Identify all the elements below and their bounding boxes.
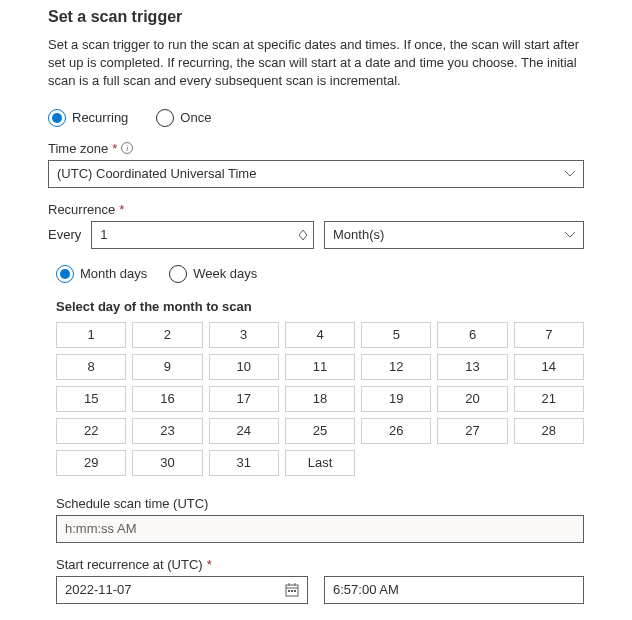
radio-selected-icon <box>56 265 74 283</box>
day-cell[interactable]: 7 <box>514 322 584 348</box>
day-cell[interactable]: 23 <box>132 418 202 444</box>
start-date-input[interactable]: 2022-11-07 <box>56 576 308 604</box>
page-title: Set a scan trigger <box>48 8 584 26</box>
recurring-radio[interactable]: Recurring <box>48 109 128 127</box>
day-cell[interactable]: 18 <box>285 386 355 412</box>
day-cell[interactable]: 9 <box>132 354 202 380</box>
every-value-input[interactable]: 1 <box>91 221 314 249</box>
day-cell[interactable]: 2 <box>132 322 202 348</box>
start-date-value: 2022-11-07 <box>65 582 132 597</box>
start-recurrence-label: Start recurrence at (UTC)* <box>56 557 584 572</box>
recurring-radio-label: Recurring <box>72 110 128 125</box>
day-cell[interactable]: 20 <box>437 386 507 412</box>
start-time-value: 6:57:00 AM <box>333 582 399 597</box>
week-days-label: Week days <box>193 266 257 281</box>
day-cell[interactable]: 4 <box>285 322 355 348</box>
day-cell[interactable]: 8 <box>56 354 126 380</box>
timezone-label: Time zone* i <box>48 141 584 156</box>
spinner-down-icon[interactable] <box>299 235 307 240</box>
day-cell[interactable]: 21 <box>514 386 584 412</box>
calendar-icon[interactable] <box>285 583 299 597</box>
once-radio-label: Once <box>180 110 211 125</box>
svg-rect-5 <box>291 590 293 592</box>
day-cell[interactable]: 30 <box>132 450 202 476</box>
chevron-down-icon <box>565 232 575 238</box>
radio-unselected-icon <box>169 265 187 283</box>
day-cell[interactable]: 25 <box>285 418 355 444</box>
day-cell[interactable]: 17 <box>209 386 279 412</box>
svg-rect-4 <box>288 590 290 592</box>
day-cell[interactable]: 27 <box>437 418 507 444</box>
week-days-radio[interactable]: Week days <box>169 265 257 283</box>
day-cell[interactable]: 5 <box>361 322 431 348</box>
day-cell[interactable]: 22 <box>56 418 126 444</box>
once-radio[interactable]: Once <box>156 109 211 127</box>
day-cell[interactable]: 1 <box>56 322 126 348</box>
day-cell[interactable]: 11 <box>285 354 355 380</box>
timezone-value: (UTC) Coordinated Universal Time <box>57 166 256 181</box>
day-grid: 1234567891011121314151617181920212223242… <box>56 322 584 476</box>
month-days-radio[interactable]: Month days <box>56 265 147 283</box>
start-time-input[interactable]: 6:57:00 AM <box>324 576 584 604</box>
day-cell[interactable]: 10 <box>209 354 279 380</box>
recurrence-label: Recurrence* <box>48 202 584 217</box>
page-description: Set a scan trigger to run the scan at sp… <box>48 36 584 91</box>
day-cell[interactable]: 19 <box>361 386 431 412</box>
day-grid-heading: Select day of the month to scan <box>56 299 584 314</box>
day-cell[interactable]: 3 <box>209 322 279 348</box>
day-cell[interactable]: 14 <box>514 354 584 380</box>
day-type-radio-group: Month days Week days <box>56 265 584 283</box>
day-cell[interactable]: 31 <box>209 450 279 476</box>
radio-selected-icon <box>48 109 66 127</box>
day-cell[interactable]: 6 <box>437 322 507 348</box>
trigger-type-radio-group: Recurring Once <box>48 109 584 127</box>
day-cell[interactable]: 29 <box>56 450 126 476</box>
schedule-time-input[interactable]: h:mm:ss AM <box>56 515 584 543</box>
schedule-time-label: Schedule scan time (UTC) <box>56 496 584 511</box>
recurrence-unit-select[interactable]: Month(s) <box>324 221 584 249</box>
day-cell[interactable]: 24 <box>209 418 279 444</box>
chevron-down-icon <box>565 171 575 177</box>
day-cell[interactable]: Last <box>285 450 355 476</box>
info-icon[interactable]: i <box>121 142 133 154</box>
radio-unselected-icon <box>156 109 174 127</box>
day-cell[interactable]: 15 <box>56 386 126 412</box>
timezone-select[interactable]: (UTC) Coordinated Universal Time <box>48 160 584 188</box>
schedule-time-placeholder: h:mm:ss AM <box>65 521 137 536</box>
day-cell[interactable]: 12 <box>361 354 431 380</box>
day-cell[interactable]: 16 <box>132 386 202 412</box>
day-cell[interactable]: 28 <box>514 418 584 444</box>
day-cell[interactable]: 13 <box>437 354 507 380</box>
every-value: 1 <box>100 227 107 242</box>
month-days-label: Month days <box>80 266 147 281</box>
svg-rect-6 <box>294 590 296 592</box>
every-label: Every <box>48 227 81 242</box>
recurrence-unit-value: Month(s) <box>333 227 384 242</box>
day-cell[interactable]: 26 <box>361 418 431 444</box>
